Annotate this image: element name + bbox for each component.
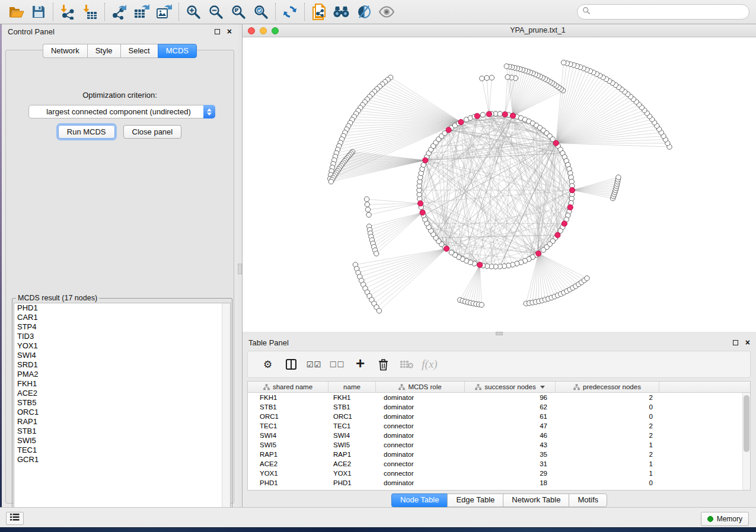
tab-network-table[interactable]: Network Table — [503, 493, 569, 507]
refresh-icon[interactable] — [279, 2, 301, 22]
node-table: shared namenameMCDS rolesuccessor nodesp… — [247, 381, 751, 491]
tab-node-table[interactable]: Node Table — [391, 493, 448, 507]
new-network-icon[interactable] — [308, 2, 330, 22]
find-icon[interactable] — [330, 2, 353, 22]
search-field[interactable] — [577, 4, 749, 20]
column-header-predecessor-nodes[interactable]: predecessor nodes — [556, 382, 659, 392]
close-table-panel-icon[interactable]: × — [745, 338, 750, 347]
column-header-shared-name[interactable]: shared name — [248, 382, 328, 392]
table-cell: dominator — [376, 431, 465, 440]
tab-mcds[interactable]: MCDS — [158, 44, 197, 58]
function-builder-icon[interactable]: f(x) — [418, 354, 441, 375]
mcds-result-item[interactable]: SRD1 — [14, 360, 230, 370]
tab-style[interactable]: Style — [87, 44, 120, 58]
show-hide-icon[interactable] — [375, 2, 398, 22]
mcds-result-item[interactable]: SWI4 — [14, 351, 230, 360]
mcds-result-item[interactable]: TID3 — [14, 332, 230, 341]
optimization-criterion-select[interactable]: largest connected component (undirected) — [28, 105, 215, 118]
mcds-result-item[interactable]: STB1 — [14, 427, 230, 436]
column-header-MCDS-role[interactable]: MCDS role — [376, 382, 465, 392]
memory-button[interactable]: Memory — [701, 512, 749, 526]
table-cell: 1 — [556, 459, 659, 469]
export-table-icon[interactable] — [130, 2, 153, 22]
table-header-row: shared namenameMCDS rolesuccessor nodesp… — [248, 382, 750, 393]
mcds-result-item[interactable]: STB5 — [14, 398, 230, 408]
table-row[interactable]: SWI5SWI5connector431 — [248, 440, 750, 450]
export-network-icon[interactable] — [108, 2, 130, 22]
mcds-result-item[interactable]: FKH1 — [14, 379, 230, 389]
clear-selection-icon[interactable]: ☐☐ — [326, 354, 349, 375]
mcds-result-item[interactable]: RAP1 — [14, 417, 230, 427]
task-history-button[interactable] — [6, 512, 24, 525]
table-row[interactable]: PHD1PHD1dominator180 — [248, 478, 750, 488]
mcds-result-item[interactable]: ACE2 — [14, 389, 230, 398]
vertical-splitter[interactable] — [238, 24, 243, 507]
table-cell: SWI4 — [248, 431, 328, 440]
add-column-icon[interactable]: + — [349, 354, 372, 375]
table-row[interactable]: ACE2ACE2connector311 — [248, 459, 750, 469]
table-cell: 0 — [556, 478, 659, 488]
mcds-result-item[interactable]: PHD1 — [14, 303, 230, 313]
mcds-result-item[interactable]: PMA2 — [14, 370, 230, 379]
vertical-splitter-handle[interactable] — [238, 264, 242, 274]
delete-column-icon[interactable] — [372, 354, 395, 375]
table-settings-icon[interactable]: ⚙ — [256, 354, 279, 375]
close-panel-icon[interactable]: × — [227, 27, 232, 36]
mcds-result-item[interactable]: SWI5 — [14, 436, 230, 446]
float-panel-icon[interactable] — [215, 29, 220, 34]
table-cell: 0 — [556, 412, 659, 421]
close-panel-button[interactable]: Close panel — [123, 125, 182, 139]
network-canvas[interactable] — [243, 37, 756, 332]
mcds-result-item[interactable]: ORC1 — [14, 408, 230, 417]
table-cell: SWI4 — [328, 431, 376, 440]
column-header-successor-nodes[interactable]: successor nodes — [465, 382, 556, 392]
show-column-icon[interactable] — [279, 354, 302, 375]
network-graph[interactable] — [243, 37, 756, 332]
float-table-panel-icon[interactable] — [733, 340, 738, 345]
column-label: predecessor nodes — [583, 383, 641, 390]
table-row[interactable]: RAP1RAP1dominator352 — [248, 450, 750, 459]
mcds-result-item[interactable]: CAR1 — [14, 313, 230, 322]
delete-table-icon[interactable] — [395, 354, 418, 375]
zoom-selected-icon[interactable] — [250, 2, 272, 22]
table-row[interactable]: STB1STB1dominator620 — [248, 402, 750, 412]
open-file-icon[interactable] — [5, 2, 27, 22]
run-mcds-button[interactable]: Run MCDS — [58, 125, 115, 139]
table-row[interactable]: YOX1YOX1connector291 — [248, 469, 750, 478]
toggle-graphics-details-icon[interactable] — [353, 2, 375, 22]
optimization-criterion-label: Optimization criterion: — [6, 91, 234, 100]
zoom-out-icon[interactable] — [205, 2, 227, 22]
zoom-fit-icon[interactable] — [227, 2, 250, 22]
table-row[interactable]: ORC1ORC1dominator610 — [248, 412, 750, 421]
tab-network[interactable]: Network — [43, 44, 87, 58]
table-row[interactable]: FKH1FKH1dominator962 — [248, 393, 750, 402]
tab-select[interactable]: Select — [120, 44, 158, 58]
result-list-scrollbar[interactable] — [222, 303, 230, 516]
network-window-titlebar[interactable]: YPA_prune.txt_1 — [243, 24, 756, 37]
mcds-result-item[interactable]: TEC1 — [14, 446, 230, 455]
search-input[interactable] — [591, 6, 749, 18]
import-network-icon[interactable] — [56, 2, 79, 22]
table-cell: TEC1 — [328, 421, 376, 431]
table-panel-titlebar: Table Panel × — [243, 335, 756, 350]
mcds-result-item[interactable]: YOX1 — [14, 341, 230, 351]
mcds-result-item[interactable]: GCR1 — [14, 455, 230, 464]
toolbar-separator — [53, 3, 53, 21]
import-table-icon[interactable] — [79, 2, 101, 22]
memory-button-label: Memory — [717, 515, 742, 523]
column-header-name[interactable]: name — [328, 382, 376, 392]
tab-motifs[interactable]: Motifs — [569, 493, 607, 507]
zoom-in-icon[interactable] — [182, 2, 205, 22]
table-cell: TEC1 — [248, 421, 328, 431]
table-row[interactable]: TEC1TEC1connector472 — [248, 421, 750, 431]
table-scrollbar[interactable] — [742, 393, 750, 490]
save-session-icon[interactable] — [27, 2, 50, 22]
tab-edge-table[interactable]: Edge Table — [447, 493, 503, 507]
table-row[interactable]: SWI4SWI4dominator462 — [248, 431, 750, 440]
mcds-result-item[interactable]: STP4 — [14, 322, 230, 332]
mcds-result-list[interactable]: PHD1CAR1STP4TID3YOX1SWI4SRD1PMA2FKH1ACE2… — [14, 303, 231, 517]
mcds-result-groupbox: MCDS result (17 nodes) PHD1CAR1STP4TID3Y… — [12, 298, 232, 518]
select-all-icon[interactable]: ☑☑ — [302, 354, 326, 375]
export-image-icon[interactable] — [153, 2, 176, 22]
table-scrollbar-thumb[interactable] — [744, 395, 749, 452]
